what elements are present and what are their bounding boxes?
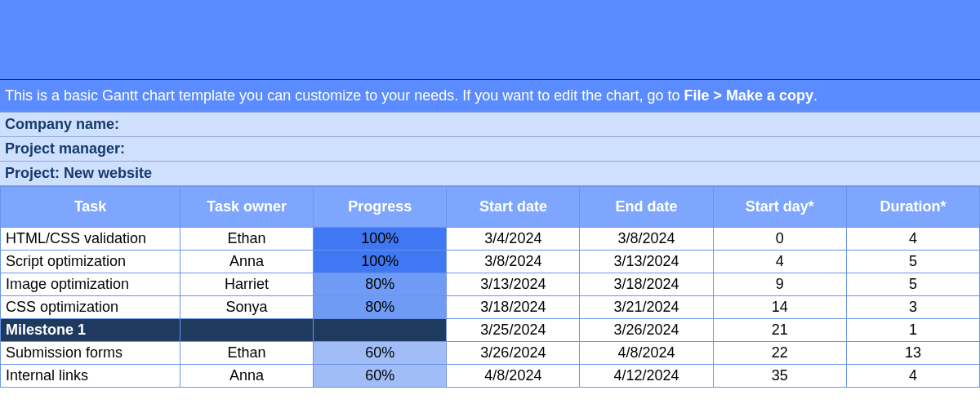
cell-end[interactable]: 3/21/2024 xyxy=(580,296,713,319)
cell-start-day[interactable]: 21 xyxy=(713,319,846,342)
cell-owner[interactable]: Sonya xyxy=(180,296,314,319)
cell-duration[interactable]: 13 xyxy=(846,342,979,365)
cell-end[interactable]: 3/18/2024 xyxy=(580,273,713,296)
cell-start-day[interactable]: 22 xyxy=(713,342,846,365)
col-progress: Progress xyxy=(314,187,447,228)
cell-task[interactable]: Milestone 1 xyxy=(1,319,180,342)
table-row: HTML/CSS validationEthan100%3/4/20243/8/… xyxy=(1,228,980,251)
cell-duration[interactable]: 1 xyxy=(846,319,979,342)
project-manager-row[interactable]: Project manager: xyxy=(0,137,980,162)
cell-end[interactable]: 4/12/2024 xyxy=(580,365,713,388)
cell-duration[interactable]: 4 xyxy=(846,365,979,388)
cell-progress[interactable]: 60% xyxy=(314,365,447,388)
cell-duration[interactable]: 3 xyxy=(846,296,979,319)
cell-owner[interactable] xyxy=(180,319,314,342)
cell-progress[interactable]: 80% xyxy=(314,296,447,319)
cell-end[interactable]: 3/13/2024 xyxy=(580,251,713,273)
cell-owner[interactable]: Anna xyxy=(180,365,314,388)
table-row: Submission formsEthan60%3/26/20244/8/202… xyxy=(1,342,980,365)
company-name-row[interactable]: Company name: xyxy=(0,113,980,137)
table-row: Internal linksAnna60%4/8/20244/12/202435… xyxy=(1,365,980,388)
cell-task[interactable]: Internal links xyxy=(1,365,180,388)
cell-duration[interactable]: 4 xyxy=(846,228,979,251)
cell-owner[interactable]: Ethan xyxy=(180,342,314,365)
cell-start[interactable]: 3/4/2024 xyxy=(447,228,580,251)
cell-start[interactable]: 4/8/2024 xyxy=(447,365,580,388)
cell-start[interactable]: 3/18/2024 xyxy=(447,296,580,319)
cell-owner[interactable]: Harriet xyxy=(180,273,314,296)
cell-start[interactable]: 3/25/2024 xyxy=(447,319,580,342)
cell-progress[interactable]: 80% xyxy=(314,273,447,296)
instruction-text-bold: File > Make a copy xyxy=(684,87,813,104)
col-task: Task xyxy=(1,187,180,228)
table-row: CSS optimizationSonya80%3/18/20243/21/20… xyxy=(1,296,980,319)
cell-progress[interactable] xyxy=(314,319,447,342)
instruction-row: This is a basic Gantt chart template you… xyxy=(0,80,980,113)
cell-progress[interactable]: 100% xyxy=(314,228,447,251)
cell-start-day[interactable]: 4 xyxy=(713,251,846,273)
col-duration: Duration* xyxy=(846,187,979,228)
cell-end[interactable]: 3/26/2024 xyxy=(580,319,713,342)
cell-task[interactable]: Image optimization xyxy=(1,273,180,296)
cell-duration[interactable]: 5 xyxy=(846,251,979,273)
cell-start[interactable]: 3/13/2024 xyxy=(447,273,580,296)
cell-task[interactable]: Submission forms xyxy=(1,342,180,365)
cell-task[interactable]: Script optimization xyxy=(1,251,180,273)
cell-progress[interactable]: 60% xyxy=(314,342,447,365)
project-row[interactable]: Project: New website xyxy=(0,162,980,186)
cell-start-day[interactable]: 35 xyxy=(713,365,846,388)
cell-start[interactable]: 3/8/2024 xyxy=(447,251,580,273)
cell-task[interactable]: HTML/CSS validation xyxy=(1,228,180,251)
cell-duration[interactable]: 5 xyxy=(846,273,979,296)
cell-progress[interactable]: 100% xyxy=(314,251,447,273)
cell-end[interactable]: 4/8/2024 xyxy=(580,342,713,365)
col-start: Start date xyxy=(447,187,580,228)
cell-start-day[interactable]: 14 xyxy=(713,296,846,319)
cell-task[interactable]: CSS optimization xyxy=(1,296,180,319)
cell-start-day[interactable]: 0 xyxy=(713,228,846,251)
table-row: Script optimizationAnna100%3/8/20243/13/… xyxy=(1,251,980,273)
top-banner xyxy=(0,0,980,80)
table-header-row: Task Task owner Progress Start date End … xyxy=(1,187,980,228)
cell-owner[interactable]: Ethan xyxy=(180,228,314,251)
instruction-text-prefix: This is a basic Gantt chart template you… xyxy=(5,87,684,104)
table-body: HTML/CSS validationEthan100%3/4/20243/8/… xyxy=(1,228,980,388)
cell-end[interactable]: 3/8/2024 xyxy=(580,228,713,251)
cell-owner[interactable]: Anna xyxy=(180,251,314,273)
cell-start-day[interactable]: 9 xyxy=(713,273,846,296)
col-owner: Task owner xyxy=(180,187,314,228)
cell-start[interactable]: 3/26/2024 xyxy=(447,342,580,365)
instruction-text-suffix: . xyxy=(813,87,817,104)
col-start-day: Start day* xyxy=(713,187,846,228)
gantt-table: Task Task owner Progress Start date End … xyxy=(0,186,980,388)
table-row: Image optimizationHarriet80%3/13/20243/1… xyxy=(1,273,980,296)
col-end: End date xyxy=(580,187,713,228)
table-row: Milestone 13/25/20243/26/2024211 xyxy=(1,319,980,342)
